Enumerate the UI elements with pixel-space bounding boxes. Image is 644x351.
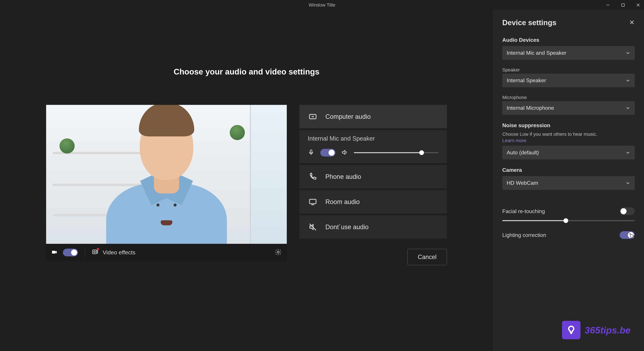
minimize-button[interactable] — [604, 2, 611, 9]
camera-icon — [51, 249, 58, 256]
slider-thumb[interactable] — [564, 218, 568, 223]
chevron-down-icon — [626, 181, 630, 186]
chevron-down-icon — [626, 78, 630, 83]
select-value: HD WebCam — [507, 180, 538, 186]
preview-person — [106, 116, 227, 244]
phone-audio-icon — [308, 172, 318, 182]
video-preview-card: Video effects — [46, 105, 287, 261]
video-effects-icon — [92, 248, 98, 256]
no-audio-icon — [308, 222, 318, 232]
facial-retouch-toggle[interactable] — [620, 207, 635, 215]
audio-column: Computer audio Internal Mic and Speaker — [299, 105, 447, 265]
preview-toolbar: Video effects — [46, 244, 287, 261]
cancel-button[interactable]: Cancel — [407, 249, 447, 265]
maximize-button[interactable] — [620, 2, 626, 9]
chevron-down-icon — [626, 51, 630, 56]
select-value: Internal Microphone — [507, 105, 554, 111]
select-value: Internal Speaker — [507, 77, 546, 84]
page-heading: Choose your audio and video settings — [174, 67, 319, 76]
speaker-label: Speaker — [502, 67, 635, 73]
option-computer-audio[interactable]: Computer audio — [299, 105, 447, 128]
option-label: Dont´use audio — [325, 223, 368, 231]
audio-devices-select[interactable]: Internal Mic and Speaker — [502, 46, 635, 60]
stage: Video effects Computer — [46, 105, 447, 265]
speaker-icon — [341, 149, 348, 156]
volume-thumb[interactable] — [419, 150, 424, 155]
noise-suppression-label: Noise suppression — [502, 122, 635, 129]
chevron-down-icon — [626, 150, 630, 155]
microphone-label: Microphone — [502, 95, 635, 100]
speaker-select[interactable]: Internal Speaker — [502, 74, 635, 87]
watermark-text: 365tips.be — [585, 325, 630, 335]
svg-rect-8 — [310, 150, 312, 153]
preview-settings-button[interactable] — [275, 249, 282, 256]
chevron-down-icon — [626, 106, 630, 111]
option-phone-audio[interactable]: Phone audio — [299, 165, 447, 188]
camera-preview — [46, 105, 287, 244]
camera-toggle[interactable] — [63, 249, 78, 256]
svg-rect-9 — [310, 199, 316, 204]
content-area: Choose your audio and video settings — [0, 10, 644, 351]
close-window-button[interactable] — [635, 2, 642, 9]
lighting-correction-toggle[interactable] — [620, 231, 635, 239]
mic-speaker-label: Internal Mic and Speaker — [308, 135, 438, 142]
titlebar: Window Title — [0, 0, 644, 10]
svg-point-5 — [94, 251, 96, 253]
main-area: Choose your audio and video settings — [0, 10, 493, 351]
device-settings-panel: Device settings Audio Devices Internal M… — [493, 10, 644, 351]
microphone-icon — [308, 149, 314, 156]
video-effects-button[interactable]: Video effects — [92, 248, 135, 256]
noise-suppression-sub: Choose Low if you want others to hear mu… — [502, 132, 635, 137]
mic-speaker-panel: Internal Mic and Speaker — [299, 130, 447, 163]
window-title: Window Title — [309, 2, 336, 8]
lighting-correction-label: Lighting correction — [502, 232, 546, 238]
window-controls — [604, 2, 642, 9]
button-row: Cancel — [299, 249, 447, 265]
camera-label: Camera — [502, 167, 635, 173]
learn-more-link[interactable]: Learn more — [502, 138, 635, 143]
microphone-toggle[interactable] — [320, 149, 336, 157]
microphone-select[interactable]: Internal Microphone — [502, 101, 635, 115]
speaker-volume-slider[interactable] — [354, 152, 438, 153]
audio-options: Computer audio Internal Mic and Speaker — [299, 105, 447, 239]
option-label: Computer audio — [325, 113, 371, 120]
svg-point-6 — [277, 251, 279, 253]
option-label: Room audio — [325, 198, 360, 206]
option-no-audio[interactable]: Dont´use audio — [299, 215, 447, 239]
svg-rect-4 — [92, 250, 96, 254]
select-value: Auto (default) — [507, 150, 539, 156]
watermark-icon — [562, 321, 580, 339]
volume-fill — [354, 152, 422, 153]
room-audio-icon — [308, 197, 318, 207]
computer-audio-icon — [308, 112, 318, 122]
camera-select[interactable]: HD WebCam — [502, 176, 635, 190]
separator — [85, 247, 85, 257]
facial-retouch-label: Facial re-touching — [502, 208, 545, 214]
noise-suppression-select[interactable]: Auto (default) — [502, 146, 635, 159]
close-panel-button[interactable] — [629, 20, 635, 26]
app-window: Window Title Choose your audio and video… — [0, 0, 644, 351]
watermark: 365tips.be — [562, 321, 630, 339]
audio-devices-label: Audio Devices — [502, 37, 635, 43]
notification-dot-icon — [97, 248, 99, 250]
svg-rect-1 — [622, 4, 624, 6]
option-room-audio[interactable]: Room audio — [299, 190, 447, 214]
select-value: Internal Mic and Speaker — [507, 50, 566, 56]
video-effects-label: Video effects — [103, 249, 135, 256]
preview-window-frame — [250, 105, 287, 244]
option-label: Phone audio — [325, 173, 361, 180]
panel-title: Device settings — [502, 19, 556, 27]
facial-retouch-slider[interactable] — [502, 220, 635, 221]
